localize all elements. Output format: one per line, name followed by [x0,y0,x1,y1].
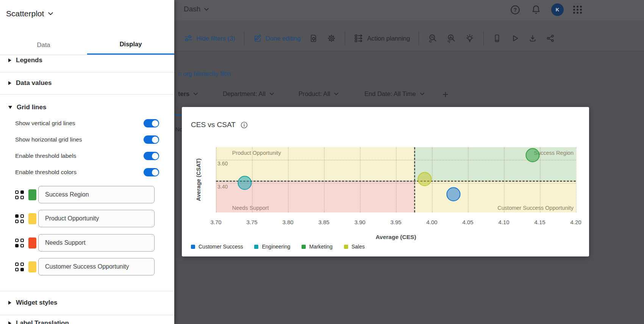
section-header-grid-lines[interactable]: Grid lines [8,104,46,111]
share-icon [546,34,555,43]
threshold-region-row [15,234,155,252]
filters-menu[interactable]: ters [178,90,198,98]
page-idea-button[interactable] [309,34,318,43]
legend-label: Customer Success [199,244,243,250]
help-icon[interactable]: ? [510,4,521,16]
bubble-customer-success[interactable] [447,187,461,201]
quadrant-cell [20,268,24,271]
x-axis-ticks: 3.703.753.803.853.903.954.004.054.104.15… [216,219,576,226]
toggle-label: Enable threshold labels [15,153,76,159]
tab-data[interactable]: Data [0,35,87,55]
section-header-data-values[interactable]: Data values [8,79,52,87]
threshold-label-input[interactable] [38,186,155,203]
x-tick-label: 3.95 [390,219,401,225]
toggle-label: Show horizontal grid lines [15,136,82,143]
toolbar-divider [419,31,419,45]
chart-title: CES vs CSAT [191,121,236,129]
toggle-label: Show vertical grid lines [15,120,75,127]
scatter-plot-area[interactable]: 3.603.40Product OpportunitySuccess Regio… [216,147,576,212]
threshold-color-swatch[interactable] [28,237,36,249]
settings-gear-button[interactable] [327,34,336,43]
toggle-enable-threshold-colors[interactable] [144,168,159,176]
filter-chip[interactable]: End Date: All Time [364,90,425,98]
app-window: Dash ? K Hide filters (3) [0,0,644,324]
x-tick-label: 4.05 [462,219,473,225]
lightbulb-button[interactable] [465,33,475,43]
mobile-icon [492,34,502,43]
section-header-legends[interactable]: Legends [8,57,42,64]
section-label: Data values [16,79,52,87]
tab-display[interactable]: Display [87,35,174,55]
legend-swatch [191,245,195,249]
section-label: Grid lines [17,104,46,111]
hide-filters-button[interactable]: Hide filters (3) [184,34,235,43]
dashboard-toolbar: Hide filters (3) Done editing [184,30,555,47]
legend-item-sales[interactable]: Sales [344,244,365,250]
threshold-color-swatch[interactable] [28,189,36,200]
action-planning-button[interactable]: Action planning [354,33,410,43]
toggle-enable-threshold-labels[interactable] [144,152,159,160]
done-editing-button[interactable]: Done editing [253,34,301,43]
x-tick-label: 3.70 [210,219,221,225]
caret-right-icon [8,321,11,324]
x-axis-title: Average (CES) [216,234,576,241]
bubble-marketing[interactable] [526,148,540,162]
toggle-show-vertical-grid-lines[interactable] [144,119,159,127]
toggle-row: Show horizontal grid lines [15,135,159,144]
legend-item-engineering[interactable]: Engineering [254,244,290,250]
vertical-gridline [468,147,469,212]
mobile-preview-button[interactable] [492,34,502,43]
action-list-icon [354,33,364,43]
chevron-down-icon [420,92,425,96]
legend-item-customer-success[interactable]: Customer Success [191,244,243,250]
legend-swatch [302,245,306,249]
info-icon[interactable] [240,121,248,129]
quadrant-cell [15,214,19,218]
app-grid-icon[interactable] [573,6,582,14]
filter-chip[interactable]: Product: All [299,90,339,98]
org-hierarchy-filter-link[interactable]: n org hierarchy filter [178,71,231,77]
threshold-label-input[interactable] [38,258,155,275]
add-filter-button[interactable]: + [442,89,449,101]
y-tick-label: 3.60 [217,160,228,167]
dashboard-name-menu[interactable]: Dash [184,5,209,13]
quadrant-cell [15,263,19,266]
quadrant-cell [15,244,19,247]
scatterplot-widget-card[interactable]: CES vs CSAT Average (CSAT) 3.603.40Produ… [182,107,589,256]
threshold-color-swatch[interactable] [28,261,36,272]
toolbar-divider [345,31,345,45]
threshold-color-swatch[interactable] [28,213,36,224]
vertical-gridline [360,147,361,212]
share-button[interactable] [546,34,555,43]
filter-chip-label: End Date: All Time [364,90,416,98]
play-button[interactable] [510,34,519,43]
threshold-label-input[interactable] [38,234,155,252]
avatar[interactable]: K [551,3,564,16]
svg-text:?: ? [514,7,517,13]
widget-type-selector[interactable]: Scatterplot [6,9,53,18]
notifications-bell-icon[interactable] [530,4,542,16]
legend-label: Engineering [262,244,290,250]
text-iq-icon: TtiQ [428,33,438,43]
quadrant-cell [20,244,24,247]
vertical-gridline [576,147,577,212]
filter-chip[interactable]: Department: All [223,90,274,98]
vertical-gridline [288,147,289,212]
x-tick-label: 3.90 [354,219,365,225]
x-tick-label: 3.85 [318,219,329,225]
section-label: Label Translation [16,319,69,324]
section-header-widget-styles[interactable]: Widget styles [8,299,57,307]
toggle-show-horizontal-grid-lines[interactable] [144,135,159,144]
threshold-label-input[interactable] [38,210,155,227]
quadrant-cell [15,220,19,223]
bubble-sales[interactable] [418,172,432,186]
stats-iq-button[interactable]: iQ [446,33,456,43]
legend-swatch [344,245,348,249]
play-icon [510,34,519,43]
text-iq-button[interactable]: TtiQ [428,33,438,43]
quadrant-cell [15,190,19,194]
legend-item-marketing[interactable]: Marketing [302,244,332,250]
section-header-label-translation[interactable]: Label Translation [8,319,69,324]
download-button[interactable] [528,34,537,43]
bubble-engineering[interactable] [238,176,252,190]
